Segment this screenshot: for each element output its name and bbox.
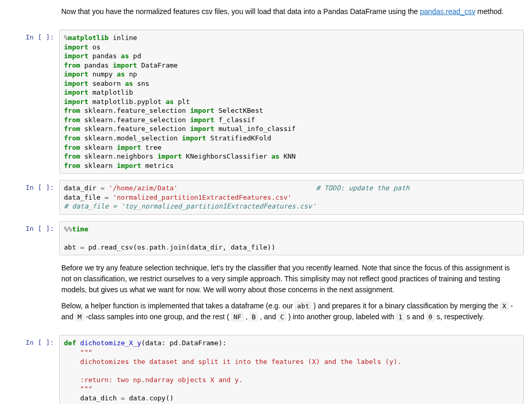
code-M: M bbox=[75, 312, 84, 321]
intro-post: method. bbox=[475, 7, 503, 16]
t: Below, a helper function is implemented … bbox=[61, 302, 295, 310]
read-csv-link[interactable]: pandas.read_csv bbox=[420, 7, 475, 16]
prompt-in: In [ ]: bbox=[8, 180, 59, 192]
code-cell-1: In [ ]: %matplotlib inline import os imp… bbox=[8, 30, 524, 174]
notebook: Now that you have the normalized feature… bbox=[8, 5, 524, 404]
markdown-cell-mid: Before we try any feature selection tech… bbox=[8, 262, 524, 329]
prompt-in: In [ ]: bbox=[8, 30, 59, 42]
t: -class samples into one group, and the r… bbox=[84, 312, 231, 321]
code-content: data_dir = '/home/azim/Data' # TODO: upd… bbox=[64, 184, 519, 211]
code-input[interactable]: %matplotlib inline import os import pand… bbox=[59, 30, 524, 174]
prompt-in: In [ ]: bbox=[8, 335, 59, 347]
markdown-text: Before we try any feature selection tech… bbox=[59, 262, 524, 329]
code-content: %matplotlib inline import os import pand… bbox=[64, 33, 519, 170]
t: , bbox=[244, 312, 250, 321]
code-input[interactable]: data_dir = '/home/azim/Data' # TODO: upd… bbox=[59, 180, 524, 215]
code-abt: abt bbox=[295, 302, 311, 310]
t: s and bbox=[405, 312, 427, 321]
code-cell-4: In [ ]: def dichotomize_X_y(data: pd.Dat… bbox=[8, 335, 524, 404]
code-content: def dichotomize_X_y(data: pd.DataFrame):… bbox=[64, 338, 519, 404]
code-C: C bbox=[278, 312, 286, 321]
code-cell-3: In [ ]: %%time abt = pd.read_csv(os.path… bbox=[8, 221, 524, 256]
code-input[interactable]: %%time abt = pd.read_csv(os.path.join(da… bbox=[59, 221, 524, 256]
markdown-cell-intro: Now that you have the normalized feature… bbox=[8, 5, 524, 23]
code-X: X bbox=[500, 302, 509, 310]
code-content: %%time abt = pd.read_csv(os.path.join(da… bbox=[64, 225, 519, 252]
markdown-text: Now that you have the normalized feature… bbox=[59, 5, 524, 23]
code-cell-2: In [ ]: data_dir = '/home/azim/Data' # T… bbox=[8, 180, 524, 215]
t: ) and prepares it for a binary classific… bbox=[311, 302, 500, 310]
prompt-blank bbox=[8, 262, 59, 265]
code-NF: NF bbox=[231, 312, 244, 321]
para1: Before we try any feature selection tech… bbox=[61, 263, 522, 295]
t: , and bbox=[258, 312, 278, 321]
t: ) into another group, labeled with bbox=[286, 312, 396, 321]
para2: Below, a helper function is implemented … bbox=[61, 301, 522, 322]
code-input[interactable]: def dichotomize_X_y(data: pd.DataFrame):… bbox=[59, 335, 524, 404]
intro-pre: Now that you have the normalized feature… bbox=[61, 7, 420, 16]
code-0: 0 bbox=[427, 312, 435, 321]
prompt-in: In [ ]: bbox=[8, 221, 59, 233]
code-B: B bbox=[249, 312, 258, 321]
code-1: 1 bbox=[396, 312, 405, 321]
prompt-blank bbox=[8, 5, 59, 8]
t: s, respectively. bbox=[434, 312, 484, 321]
